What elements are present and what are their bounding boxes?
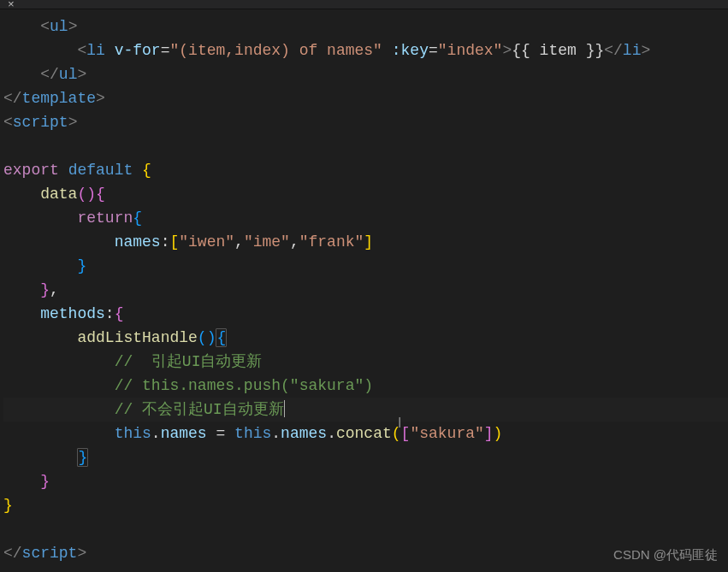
code-line: <ul> [3, 15, 728, 38]
code-line: <script> [3, 110, 728, 134]
code-line: data(){ [3, 182, 728, 206]
code-line: </script> [3, 541, 728, 565]
code-line: names:["iwen","ime","frank"] [3, 230, 728, 254]
code-line: // 不会引起UI自动更新 [3, 398, 728, 422]
mouse-ibeam-icon: I [398, 411, 401, 435]
code-line: } [3, 493, 728, 517]
code-line: </template> [3, 86, 728, 110]
code-line: </ul> [3, 62, 728, 86]
code-line: export default { [3, 158, 728, 182]
code-line: return{ [3, 206, 728, 230]
code-line: } [3, 445, 728, 469]
code-editor[interactable]: <ul> <li v-for="(item,index) of names" :… [0, 9, 728, 565]
code-line: }, [3, 278, 728, 302]
code-line: this.names = this.names.concat(["sakura"… [3, 422, 728, 445]
code-line: addListHandle(){ [3, 326, 728, 350]
code-line: <li v-for="(item,index) of names" :key="… [3, 38, 728, 62]
code-line: // this.names.push("sakura") [3, 374, 728, 398]
code-line: } [3, 469, 728, 493]
code-line: } [3, 254, 728, 278]
code-line: methods:{ [3, 302, 728, 326]
code-line: // 引起UI自动更新 [3, 350, 728, 374]
tab-bar: × [0, 0, 728, 9]
code-line [3, 517, 728, 541]
close-icon[interactable]: × [5, 1, 17, 9]
code-line [3, 134, 728, 158]
text-cursor [284, 400, 285, 417]
